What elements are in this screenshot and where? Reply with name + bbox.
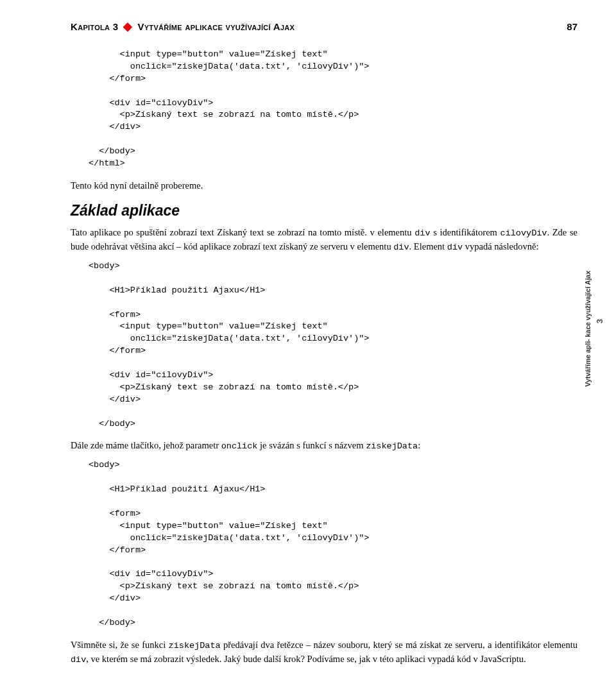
inline-code-div: div	[71, 655, 86, 665]
text: předávají dva řetězce – název souboru, k…	[221, 640, 578, 650]
inline-code-div: div	[415, 228, 430, 238]
text: , ve kterém se má zobrazit výsledek. Jak…	[86, 654, 526, 664]
section-heading: Základ aplikace	[71, 202, 578, 219]
code-block-3: <body> <H1>Příklad použití Ajaxu</H1> <f…	[89, 459, 578, 629]
inline-code-ziskej: ziskejData	[366, 441, 418, 451]
inline-code-onclick: onclick	[221, 441, 258, 451]
inline-code-div: div	[393, 243, 409, 252]
text: je svázán s funkcí s názvem	[257, 440, 366, 450]
side-tab-text: Vytváříme apli- kace využívající Ajax	[584, 271, 592, 387]
inline-code-div: div	[447, 243, 463, 252]
chapter-label: Kapitola 3	[71, 21, 118, 32]
paragraph-4: Všimněte si, že se funkci ziskejData pře…	[71, 638, 578, 667]
page-number: 87	[567, 21, 578, 32]
side-tab-number: 3	[595, 318, 604, 323]
code-block-1: <input type="button" value="Získej text"…	[89, 49, 578, 170]
text: Dále zde máme tlačítko, jehož parametr	[71, 440, 221, 450]
text: :	[418, 440, 420, 450]
inline-code-ziskej: ziskejData	[169, 641, 221, 651]
paragraph-3: Dále zde máme tlačítko, jehož parametr o…	[71, 439, 578, 453]
inline-code-cilovy: cilovyDiv	[501, 228, 547, 238]
page-header: Kapitola 3 ◆ Vytváříme aplikace využívaj…	[71, 19, 578, 33]
text: vypadá následovně:	[463, 241, 538, 251]
paragraph-intro: Tento kód nyní detailně probereme.	[71, 179, 578, 192]
page: Kapitola 3 ◆ Vytváříme aplikace využívaj…	[0, 0, 616, 698]
text: . Element	[409, 241, 447, 251]
text: Všimněte si, že se funkci	[71, 640, 169, 650]
code-block-2: <body> <H1>Příklad použití Ajaxu</H1> <f…	[89, 260, 578, 430]
paragraph-2: Tato aplikace po spuštění zobrazí text Z…	[71, 226, 578, 254]
diamond-icon: ◆	[123, 19, 132, 33]
text: s identifikátorem	[431, 227, 501, 237]
text: Tato aplikace po spuštění zobrazí text Z…	[71, 227, 415, 237]
side-tab: Vytváříme apli- kace využívající Ajax 3	[584, 255, 604, 387]
chapter-title: Vytváříme aplikace využívající Ajax	[137, 21, 295, 32]
